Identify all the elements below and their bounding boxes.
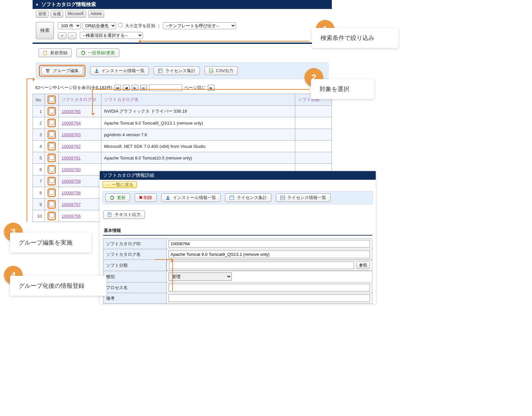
cell-check [45,117,59,129]
cell-cat [295,141,332,152]
pager-goto-label: ページ目に [184,85,206,91]
row-checkbox[interactable] [49,108,54,113]
update-button[interactable]: 更新 [105,193,130,202]
cell-no: 9 [33,199,45,210]
field-note-input[interactable] [169,294,370,302]
back-button[interactable]: ← 一覧に戻る [102,181,137,188]
pager-next-icon[interactable]: ▶ [132,85,138,91]
new-button[interactable]: 新規登録 [39,49,72,57]
svg-rect-10 [166,199,170,200]
field-note-label: 備考 [103,293,167,304]
pager-prev-icon[interactable]: ◀ [123,85,130,91]
cell-no: 7 [33,175,45,187]
pager-summary: 62ページ中1ページ目を表示(全6,183件) [35,85,112,91]
cell-check [45,129,59,141]
row-checkbox[interactable] [49,213,54,218]
field-cat-input[interactable] [169,261,354,269]
cell-check [45,106,59,117]
arrow-left-icon: ← [106,182,110,187]
cell-id: 10008757 [59,199,101,210]
conn-3v [27,78,27,222]
row-checkbox[interactable] [49,143,54,148]
check-all[interactable] [49,97,54,102]
detail-license-agg-button[interactable]: ライセンス集計 [225,193,271,202]
cell-no: 1 [33,106,45,117]
row-checkbox[interactable] [49,190,54,195]
catalog-id-link[interactable]: 10008756 [62,214,81,219]
cell-id: 10008756 [59,210,101,222]
row-checkbox[interactable] [49,120,54,125]
catalog-id-link[interactable]: 10008759 [62,179,81,184]
divider: | [159,23,160,28]
pager-goto-input[interactable] [149,84,182,91]
cell-name: Apache Tomcat 8.0 Tomcat10.5 (remove onl… [101,152,295,164]
text-output-button[interactable]: テキスト出力 [103,210,145,219]
case-sensitive-checkbox[interactable] [118,23,123,27]
field-id-input[interactable] [169,240,370,248]
tag-kanri[interactable]: 管理 [36,11,49,18]
csv-output-button[interactable]: CSV CSV出力 [204,66,238,75]
bulk-register-button[interactable]: 一括登録/更新 [76,49,119,57]
catalog-id-link[interactable]: 10008765 [62,109,81,114]
row-checkbox[interactable] [49,178,54,183]
catalog-id-link[interactable]: 10008762 [62,144,81,149]
pager-first-icon[interactable]: ⏮ [114,85,121,91]
table-row: 510008761Apache Tomcat 8.0 Tomcat10.5 (r… [33,152,332,164]
conn-2v [92,89,93,114]
col-id[interactable]: ソフトカタログID [59,94,101,106]
field-type-select[interactable]: 管理 [169,272,232,281]
field-select[interactable]: --検索項目を選択する-- [80,32,143,39]
detail-header: ソフトカタログ情報詳細 [100,171,376,180]
callout-4: グループ化後の情報登録 [10,276,106,296]
cell-check [45,175,59,187]
catalog-id-link[interactable]: 10008764 [62,121,81,126]
group-edit-button[interactable]: グループ編集 [41,66,83,75]
cell-no: 2 [33,117,45,129]
row-checkbox[interactable] [49,201,54,206]
col-no[interactable]: No [33,94,45,106]
svg-rect-13 [281,196,285,200]
tag-adobe[interactable]: Adobe [88,11,104,18]
cell-id: 10008761 [59,152,101,164]
catalog-id-link[interactable]: 10008760 [62,167,81,172]
field-name-input[interactable] [169,251,370,258]
cell-check [45,187,59,199]
row-checkbox[interactable] [49,166,54,171]
remove-row-button[interactable]: － [68,32,76,39]
logic-select[interactable]: OR結合優先 [82,22,116,29]
pager-go-icon[interactable]: ▶ [208,85,214,91]
tag-microsoft[interactable]: Microsoft [65,11,86,18]
tag-paid[interactable]: 有償 [51,11,63,18]
svg-rect-5 [158,69,162,73]
catalog-id-link[interactable]: 10008763 [62,132,81,137]
row-checkbox[interactable] [49,155,54,160]
ref-button[interactable]: 参照 [356,261,370,269]
cell-check [45,164,59,175]
catalog-id-link[interactable]: 10008761 [62,156,81,160]
search-button[interactable]: 検索 [36,22,54,39]
cell-check [45,210,59,222]
detail-install-list-button[interactable]: インストール情報一覧 [161,193,220,202]
template-select[interactable]: --テンプレートを呼び出す-- [163,22,236,29]
detail-license-list-button[interactable]: ライセンス情報一覧 [276,193,331,202]
field-proc-input[interactable] [169,284,370,291]
row-checkbox[interactable] [49,132,54,137]
pager-last-icon[interactable]: ⏭ [140,85,147,91]
delete-button[interactable]: ✖ 削除 [135,193,157,202]
cell-check [45,199,59,210]
license-agg-button[interactable]: ライセンス集計 [154,66,200,75]
catalog-id-link[interactable]: 10008757 [62,202,81,207]
table-row: 410008762Microsoft .NET SDK 7.0.400 (x64… [33,141,332,152]
add-row-button[interactable]: ＋ [58,32,66,39]
svg-point-3 [47,71,49,73]
conn-2h [92,89,310,90]
collapse-icon[interactable] [35,1,40,7]
col-check [45,94,59,106]
per-page-select[interactable]: 100 件 [58,22,81,29]
install-list-button[interactable]: インストール情報一覧 [90,66,149,75]
catalog-id-link[interactable]: 10008758 [62,190,81,195]
cell-id: 10008762 [59,141,101,152]
group-edit-highlight: グループ編集 [39,65,85,77]
table-row: 210008764Apache Tomcat 9.0 Tomcat9_QS13.… [33,117,332,129]
col-name[interactable]: ソフトカタログ名 [101,94,295,106]
